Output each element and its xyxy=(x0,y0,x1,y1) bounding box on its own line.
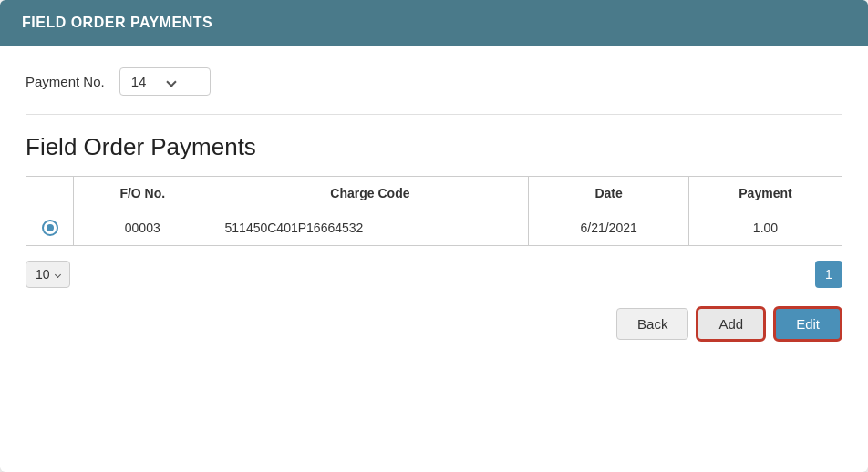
section-title: Field Order Payments xyxy=(26,133,842,161)
per-page-caret-icon xyxy=(55,271,61,277)
card-body: Payment No. 14 Field Order Payments F/O … xyxy=(0,46,868,364)
page-header: FIELD ORDER PAYMENTS xyxy=(0,0,868,46)
payment-no-value: 14 xyxy=(131,74,147,89)
table-footer: 10 1 xyxy=(26,261,842,288)
payment-no-dropdown[interactable]: 14 xyxy=(119,67,211,96)
col-date: Date xyxy=(529,177,689,210)
table-row: 00003 511450C401P16664532 6/21/2021 1.00 xyxy=(26,210,842,246)
payment-no-label: Payment No. xyxy=(26,74,105,89)
per-page-dropdown[interactable]: 10 xyxy=(26,261,70,288)
table-body: 00003 511450C401P16664532 6/21/2021 1.00 xyxy=(26,210,842,246)
pagination-page-1[interactable]: 1 xyxy=(815,261,842,288)
row-fo-no: 00003 xyxy=(74,210,212,246)
chevron-down-icon xyxy=(167,77,177,87)
col-select xyxy=(26,177,74,210)
col-payment: Payment xyxy=(688,177,842,210)
radio-button-inner xyxy=(46,224,54,231)
action-buttons: Back Add Edit xyxy=(26,306,842,342)
row-payment: 1.00 xyxy=(688,210,842,246)
row-date: 6/21/2021 xyxy=(529,210,689,246)
back-button[interactable]: Back xyxy=(616,308,688,340)
edit-button[interactable]: Edit xyxy=(773,306,842,342)
add-button[interactable]: Add xyxy=(696,306,766,342)
radio-button[interactable] xyxy=(42,220,58,236)
divider xyxy=(26,114,842,115)
col-charge-code: Charge Code xyxy=(212,177,529,210)
main-card: FIELD ORDER PAYMENTS Payment No. 14 Fiel… xyxy=(0,0,868,472)
col-fo-no: F/O No. xyxy=(74,177,212,210)
row-select-cell[interactable] xyxy=(26,210,74,246)
row-charge-code: 511450C401P16664532 xyxy=(212,210,529,246)
payments-table: F/O No. Charge Code Date Payment 00003 5… xyxy=(26,176,842,246)
page-title: FIELD ORDER PAYMENTS xyxy=(22,15,212,30)
table-header: F/O No. Charge Code Date Payment xyxy=(26,177,842,210)
table-header-row: F/O No. Charge Code Date Payment xyxy=(26,177,842,210)
per-page-value: 10 xyxy=(36,267,50,282)
payment-no-row: Payment No. 14 xyxy=(26,67,842,96)
